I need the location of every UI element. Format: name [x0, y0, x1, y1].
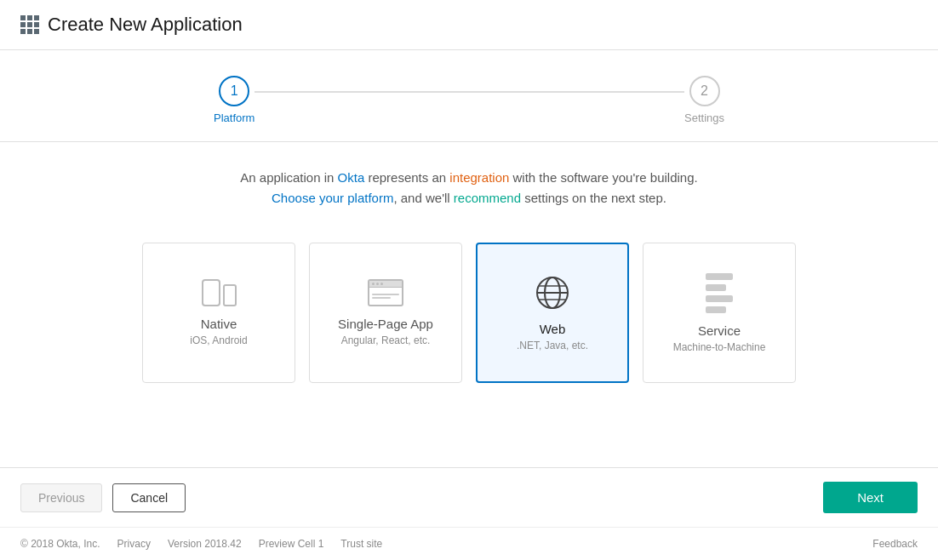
native-title: Native [201, 317, 237, 331]
phone-big-shape [202, 279, 220, 306]
spa-icon [368, 279, 403, 306]
spa-title: Single-Page App [338, 317, 433, 331]
web-subtitle: .NET, Java, etc. [517, 340, 588, 351]
description-text: An application in Okta represents an int… [17, 168, 921, 209]
footer-bar: © 2018 Okta, Inc. Privacy Version 2018.4… [0, 527, 938, 560]
page-header: Create New Application [0, 0, 938, 50]
service-subtitle: Machine-to-Machine [673, 341, 766, 353]
okta-highlight: Okta [338, 170, 365, 185]
integration-highlight: integration [449, 170, 509, 185]
cancel-button[interactable]: Cancel [112, 483, 186, 512]
phone-small-shape [223, 284, 237, 306]
web-title: Web [540, 322, 566, 336]
description-section: An application in Okta represents an int… [0, 142, 938, 226]
footer-bar-left: © 2018 Okta, Inc. Privacy Version 2018.4… [20, 538, 382, 550]
platform-card-service[interactable]: Service Machine-to-Machine [643, 243, 796, 383]
desc-line2: Choose your platform, and we'll recommen… [272, 191, 666, 205]
platform-cards: Native iOS, Android Single-Page [0, 226, 938, 400]
native-icon [202, 279, 237, 306]
feedback-link[interactable]: Feedback [872, 538, 918, 550]
trust-site-link[interactable]: Trust site [340, 538, 382, 550]
preview-cell-link[interactable]: Preview Cell 1 [259, 538, 324, 550]
step-1-circle: 1 [219, 76, 249, 106]
step-connector [255, 91, 684, 93]
version-link[interactable]: Version 2018.42 [168, 538, 242, 550]
copyright-text: © 2018 Okta, Inc. [20, 538, 100, 550]
platform-card-web[interactable]: Web .NET, Java, etc. [476, 243, 629, 383]
native-subtitle: iOS, Android [190, 334, 247, 346]
platform-card-spa[interactable]: Single-Page App Angular, React, etc. [309, 243, 462, 383]
previous-button[interactable]: Previous [20, 483, 102, 512]
service-title: Service [698, 323, 741, 338]
footer-actions: Previous Cancel Next [0, 467, 938, 527]
recommend-highlight: recommend [454, 191, 521, 205]
main-content: 1 Platform 2 Settings An application in … [0, 50, 938, 467]
step-2-settings[interactable]: 2 Settings [684, 76, 724, 124]
step-1-platform[interactable]: 1 Platform [214, 76, 255, 124]
next-button[interactable]: Next [823, 482, 918, 513]
page-title: Create New Application [48, 14, 243, 36]
web-icon [534, 274, 571, 311]
platform-card-native[interactable]: Native iOS, Android [142, 243, 295, 383]
privacy-link[interactable]: Privacy [117, 538, 151, 550]
stepper: 1 Platform 2 Settings [0, 50, 938, 142]
spa-subtitle: Angular, React, etc. [341, 334, 431, 346]
step-2-label: Settings [684, 111, 724, 124]
desc-line1: An application in Okta represents an int… [240, 170, 697, 185]
footer-left-buttons: Previous Cancel [20, 483, 186, 512]
step-2-circle: 2 [689, 76, 720, 106]
service-icon [706, 273, 733, 313]
choose-platform-highlight: Choose your platform [272, 191, 393, 205]
step-1-label: Platform [214, 111, 255, 124]
app-logo-icon [20, 15, 39, 34]
